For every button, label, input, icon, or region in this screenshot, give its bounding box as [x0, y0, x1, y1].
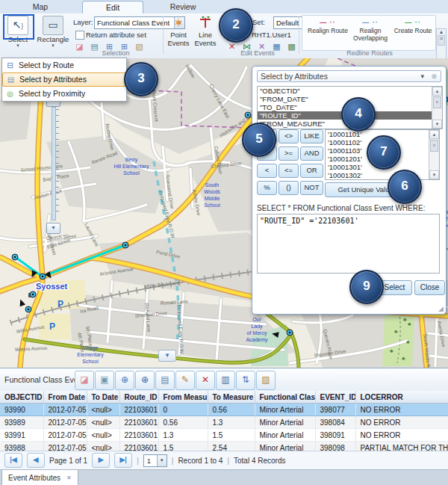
table-cell: <null> — [87, 404, 119, 416]
column-header-objectid[interactable]: OBJECTID — [0, 391, 43, 404]
column-header-to-measure[interactable]: To Measure — [208, 391, 255, 404]
record-range-label: Record 1 to 4 — [178, 457, 223, 465]
operator-button-<[interactable]: < — [257, 164, 277, 178]
select-tool-highlight — [3, 14, 34, 40]
operator-button-<=[interactable]: <= — [279, 164, 299, 178]
rectangle-tool-button[interactable]: ▭ Rectangle ▼ — [36, 16, 70, 48]
column-header-event-id[interactable]: EVENT_ID — [315, 391, 355, 404]
point-events-icon: ✶ — [166, 16, 191, 31]
table-cell: 398077 — [315, 404, 355, 416]
page-combo-arrow-icon[interactable]: ▼ — [157, 455, 167, 466]
last-page-button[interactable]: ▶| — [114, 453, 132, 468]
tab-close-icon[interactable]: ✕ — [66, 471, 72, 485]
operator-button-AND[interactable]: AND — [300, 146, 323, 161]
pan-to-selection-button[interactable]: ⊕ — [135, 371, 155, 390]
column-header-from-measure[interactable]: From Measure — [158, 391, 208, 404]
redline-button-1[interactable]: — ··Realign Overlapping — [350, 18, 391, 42]
scrollbar[interactable]: ▲≡▼ — [429, 130, 439, 179]
column-header-from-date[interactable]: From Date — [43, 391, 87, 404]
close-button[interactable]: Close — [414, 280, 445, 295]
return-attribute-set-checkbox[interactable] — [75, 31, 84, 40]
map-panel-collapse-arrow[interactable]: ▼ — [158, 350, 176, 362]
column-header-to-date[interactable]: To Date — [87, 391, 119, 404]
value-item[interactable]: '10001302' — [326, 171, 439, 179]
next-page-button[interactable]: ▶ — [92, 453, 110, 468]
dialog-resize-grip[interactable]: ◢ — [438, 305, 444, 312]
zoom-slider-track[interactable] — [52, 107, 56, 220]
redline-dash-icon: — ·· — [308, 18, 348, 27]
redline-button-0[interactable]: — ··Realign Route — [308, 18, 348, 34]
clear-selection-button[interactable]: ◪ — [75, 371, 94, 390]
map-label: Woods — [204, 189, 220, 194]
table-cell: 398084 — [315, 416, 355, 429]
point-events-button[interactable]: ✶ Point Events — [166, 16, 191, 47]
operator-button-NOT[interactable]: NOT — [300, 181, 323, 195]
rectangle-dropdown-arrow-icon[interactable]: ▼ — [36, 43, 70, 48]
tab-review[interactable]: Review — [153, 1, 213, 13]
dialog-close-icon[interactable]: ⊗ — [431, 71, 437, 82]
dialog-dropdown-icon[interactable]: ▾ — [420, 71, 424, 82]
map-label: Berry — [125, 157, 138, 163]
tab-map[interactable]: Map — [10, 1, 70, 13]
table-row[interactable]: 939912012-07-05<null>221036011.31.5Minor… — [0, 429, 448, 442]
table-cell: 0.56 — [208, 404, 255, 416]
redline-label: Realign Overlapping — [350, 27, 391, 42]
table-cell: Minor Arterial — [255, 404, 315, 416]
operator-button->=[interactable]: >= — [279, 146, 299, 161]
copy-records-button[interactable]: ▥ — [216, 371, 235, 390]
svg-text:♣: ♣ — [402, 356, 405, 361]
selection-group-label: Selection — [71, 49, 161, 57]
delete-records-button[interactable]: ✕ — [196, 371, 215, 390]
operator-button-%[interactable]: % — [257, 181, 277, 195]
table-row[interactable]: 939902012-07-05<null>2210360100.56Minor … — [0, 404, 448, 416]
select-rectangle-button[interactable]: ▣ — [95, 371, 114, 390]
edit-attributes-button[interactable]: ✎ — [175, 371, 195, 390]
table-cell: 1.5 — [208, 429, 255, 442]
scrollbar[interactable]: ▲≡▼ — [432, 87, 442, 129]
where-clause-label: SELECT * FROM Functional Class Event WHE… — [257, 204, 425, 212]
zoom-to-selection-button[interactable]: ⊕ — [115, 371, 134, 390]
table-row[interactable]: 939892012-07-05<null>221036010.561.3Mino… — [0, 416, 448, 429]
operator-button-LIKE[interactable]: LIKE — [300, 129, 323, 143]
table-cell: 2012-07-05 — [43, 404, 87, 416]
redline-button-2[interactable]: — ··Create Route — [393, 18, 433, 34]
sort-records-button[interactable]: ⇅ — [236, 371, 255, 390]
map-zoom-slider[interactable]: ▼ — [46, 97, 61, 239]
menu-item-select-by-attributes[interactable]: ▤Select by Attributes — [2, 72, 126, 87]
prev-page-button[interactable]: ◀ — [27, 453, 45, 468]
map-label: P — [57, 299, 63, 309]
select-dropdown-arrow-icon[interactable]: ▼ — [4, 43, 32, 48]
table-cell: Minor Arterial — [255, 416, 315, 429]
column-header-route-id[interactable]: Route_ID — [119, 391, 158, 404]
operator-button-OR[interactable]: OR — [300, 164, 323, 178]
tab-edit[interactable]: Edit — [82, 1, 143, 14]
redline-dash-icon: — ·· — [350, 18, 391, 27]
export-records-button[interactable]: ▨ — [256, 371, 276, 390]
menu-item-select-by-route[interactable]: ⊟Select by Route — [2, 58, 126, 72]
field-item[interactable]: "OBJECTID" — [258, 87, 442, 95]
map-label: of Mercy — [247, 330, 267, 336]
save-edits-button[interactable]: ▤ — [155, 371, 175, 390]
callout-badge-2: 2 — [219, 8, 253, 43]
menu-item-label: Select by Proximity — [19, 87, 85, 101]
dialog-titlebar[interactable]: Select by Attributes ▾ ⊗ — [257, 70, 441, 82]
tab-event-attributes[interactable]: Event Attributes ✕ — [1, 470, 78, 485]
column-header-locerror[interactable]: LOCERROR — [355, 391, 448, 404]
first-page-button[interactable]: |◀ — [4, 453, 22, 468]
query-textarea[interactable]: "ROUTE_ID" ='22103601' — [257, 214, 440, 274]
operator-button-<>[interactable]: <> — [279, 129, 299, 143]
table-cell: 93989 — [0, 416, 43, 429]
event-editor-window: ♣♣♣♣♣♣♣♣ Fox CourtFoxhunt CrescentCherry… — [0, 0, 448, 485]
attribute-grid: OBJECTIDFrom DateTo DateRoute_IDFrom Mea… — [0, 391, 448, 454]
line-events-button[interactable]: Line Events — [193, 16, 218, 47]
column-header-functional-class[interactable]: Functional Class — [255, 391, 315, 404]
callout-badge-5: 5 — [242, 123, 276, 157]
svg-text:♣: ♣ — [390, 348, 393, 353]
menu-item-select-by-proximity[interactable]: ◎Select by Proximity — [2, 87, 126, 101]
event-attributes-tab-label: Event Attributes — [8, 471, 60, 485]
page-number-combobox[interactable]: 1 ▼ — [143, 454, 167, 467]
zoom-out-button[interactable]: ▼ — [46, 223, 60, 234]
operator-button-()[interactable]: () — [279, 181, 299, 195]
map-label: School — [82, 359, 99, 364]
map-label: Village — [83, 345, 99, 351]
